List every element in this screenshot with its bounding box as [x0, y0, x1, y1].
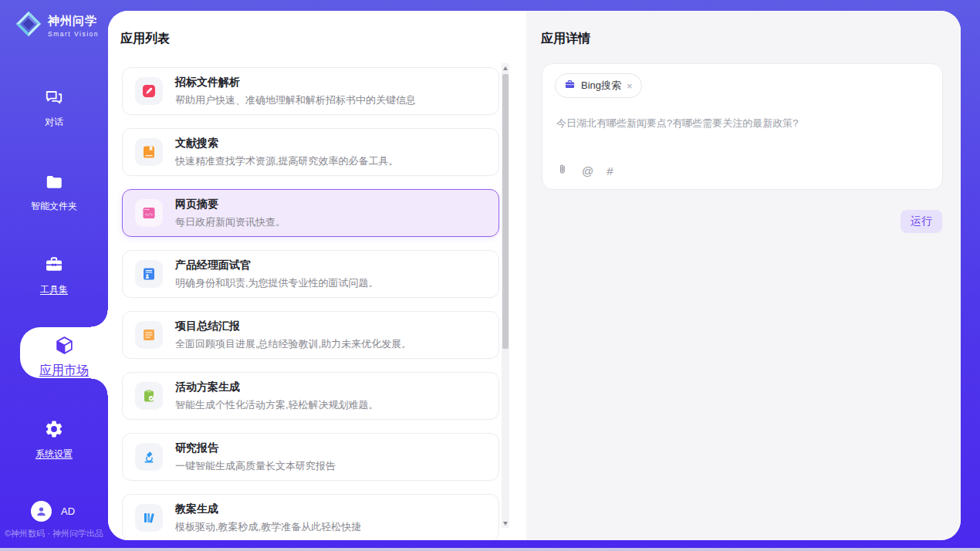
cube-icon: [54, 335, 75, 359]
sidebar-item-label: 工具集: [40, 283, 68, 296]
gear-icon: [44, 419, 64, 442]
app-desc: 模板驱动,教案秒成,教学准备从此轻松快捷: [175, 520, 361, 534]
svg-text:</>: </>: [145, 212, 154, 218]
app-list-title: 应用列表: [120, 31, 498, 47]
tool-chip-label: Bing搜索: [581, 79, 621, 93]
query-text: 今日湖北有哪些新闻要点?有哪些需要关注的最新政策?: [556, 117, 928, 130]
diamond-logo-icon: [14, 9, 43, 42]
query-input[interactable]: Bing搜索 × 今日湖北有哪些新闻要点?有哪些需要关注的最新政策? @ #: [542, 63, 943, 190]
sidebar-item-label: 系统设置: [35, 448, 73, 461]
app-desc: 一键智能生成高质量长文本研究报告: [175, 459, 336, 473]
web-code-icon: </>: [135, 199, 163, 227]
user-avatar[interactable]: AD: [31, 501, 75, 522]
app-detail-panel: 应用详情 Bing搜索 × 今日湖北有哪些新闻要点?有哪些需要关注的最新政策?: [526, 11, 961, 540]
app-name: 招标文件解析: [175, 76, 416, 90]
books-icon: [135, 504, 163, 532]
app-name: 项目总结汇报: [175, 319, 411, 333]
scrollbar-thumb[interactable]: [502, 74, 509, 349]
app-name: 活动方案生成: [175, 380, 379, 394]
brand-name: 神州问学: [48, 14, 99, 29]
microscope-icon: [135, 443, 163, 471]
sidebar-item-app-market[interactable]: 应用市场: [20, 327, 108, 378]
paperclip-icon[interactable]: [556, 163, 569, 178]
app-desc: 全面回顾项目进展,总结经验教训,助力未来优化发展。: [175, 337, 411, 351]
close-icon[interactable]: ×: [627, 81, 633, 91]
app-desc: 智能生成个性化活动方案,轻松解决规划难题。: [175, 398, 379, 412]
app-desc: 每日政府新闻资讯快查。: [175, 215, 286, 229]
app-item-literature-search[interactable]: 文献搜索 快速精准查找学术资源,提高研究效率的必备工具。: [122, 128, 499, 176]
sidebar-item-toolset[interactable]: 工具集: [0, 255, 108, 296]
sidebar-item-label: 智能文件夹: [31, 200, 77, 213]
window-bottom-edge: [0, 548, 980, 551]
doc-edit-icon: [135, 77, 163, 105]
interview-icon: [135, 260, 163, 288]
tool-chip-bing-search[interactable]: Bing搜索 ×: [555, 73, 642, 98]
sidebar: 神州问学 Smart Vision 对话 智能文件夹: [0, 0, 108, 551]
scroll-up-icon[interactable]: [502, 63, 509, 73]
sidebar-item-settings[interactable]: 系统设置: [0, 419, 108, 461]
app-name: 文献搜索: [175, 137, 399, 150]
folder-icon: [44, 171, 64, 194]
brand-logo: 神州问学 Smart Vision: [14, 9, 99, 42]
app-list-scrollbar[interactable]: [502, 63, 509, 528]
app-desc: 快速精准查找学术资源,提高研究效率的必备工具。: [175, 154, 399, 168]
app-item-event-plan[interactable]: 活动方案生成 智能生成个性化活动方案,轻松解决规划难题。: [122, 372, 499, 420]
briefcase-icon: [564, 79, 576, 93]
sidebar-item-label: 应用市场: [39, 363, 89, 379]
app-desc: 明确身份和职责,为您提供专业性的面试问题。: [175, 276, 379, 290]
app-item-web-summary[interactable]: </> 网页摘要 每日政府新闻资讯快查。: [122, 189, 499, 237]
app-name: 网页摘要: [175, 198, 286, 211]
mention-icon[interactable]: @: [582, 164, 593, 177]
clipboard-check-icon: [135, 382, 163, 410]
app-name: 研究报告: [175, 441, 336, 455]
app-item-bid-doc-parse[interactable]: 招标文件解析 帮助用户快速、准确地理解和解析招标书中的关键信息: [122, 67, 499, 115]
app-item-lesson-plan[interactable]: 教案生成 模板驱动,教案秒成,教学准备从此轻松快捷: [122, 494, 499, 540]
app-name: 教案生成: [175, 502, 361, 516]
person-icon: [31, 501, 52, 522]
toolbox-icon: [44, 255, 64, 278]
content-area: 应用列表 招标文件解析 帮助用户快速、准确地理解和解析招标书中的关键信息: [108, 11, 961, 540]
book-icon: [135, 138, 163, 166]
chat-icon: [44, 87, 64, 110]
run-button[interactable]: 运行: [901, 210, 942, 233]
app-item-research-report[interactable]: 研究报告 一键智能生成高质量长文本研究报告: [122, 433, 499, 481]
app-item-pm-interviewer[interactable]: 产品经理面试官 明确身份和职责,为您提供专业性的面试问题。: [122, 250, 499, 298]
app-list-panel: 应用列表 招标文件解析 帮助用户快速、准确地理解和解析招标书中的关键信息: [108, 11, 526, 540]
sidebar-item-smart-folder[interactable]: 智能文件夹: [0, 171, 108, 213]
notepad-icon: [135, 321, 163, 349]
copyright-text: ©神州数码 · 神州问学出品: [5, 528, 103, 539]
app-name: 产品经理面试官: [175, 259, 379, 272]
app-desc: 帮助用户快速、准确地理解和解析招标书中的关键信息: [175, 93, 416, 107]
user-initials: AD: [61, 505, 75, 517]
sidebar-item-label: 对话: [45, 116, 63, 129]
brand-tagline: Smart Vision: [48, 30, 99, 38]
scroll-down-icon[interactable]: [502, 519, 509, 528]
app-detail-title: 应用详情: [541, 31, 961, 47]
composer-toolbar: @ #: [556, 163, 613, 178]
app-item-project-summary[interactable]: 项目总结汇报 全面回顾项目进展,总结经验教训,助力未来优化发展。: [122, 311, 499, 359]
sidebar-item-chat[interactable]: 对话: [0, 87, 108, 129]
hash-icon[interactable]: #: [607, 164, 613, 177]
